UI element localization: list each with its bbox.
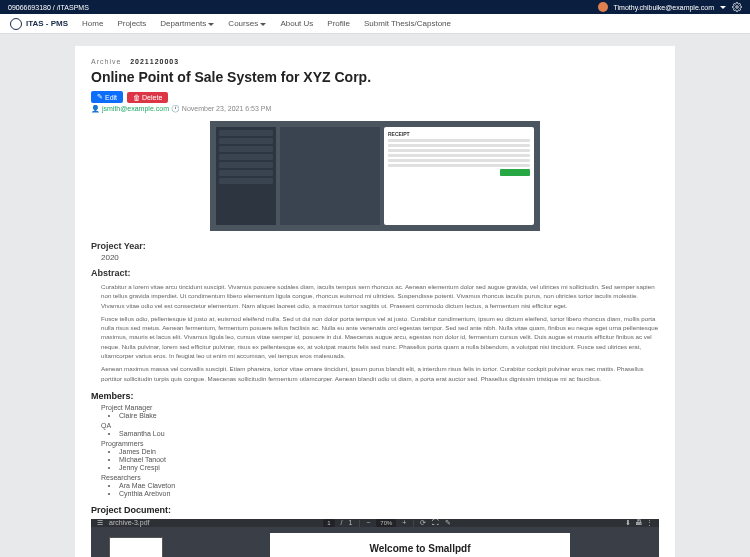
action-row: ✎ Edit 🗑 Delete (91, 91, 659, 103)
page-sep: / (341, 519, 343, 526)
delete-button[interactable]: 🗑 Delete (127, 92, 168, 103)
btn-label: Delete (142, 94, 162, 101)
member-role: Project Manager (101, 404, 659, 411)
pdf-canvas[interactable]: Welcome to Smallpdf Ready to take docume… (181, 527, 659, 557)
pdf-viewer: ☰ archive-3.pdf 1 / 1 | − 70% + | ⟳ ⛶ ✎ … (91, 519, 659, 557)
chevron-down-icon (208, 23, 214, 26)
rotate-icon[interactable]: ⟳ (420, 519, 426, 527)
member-name: Michael Tanoot (119, 456, 659, 463)
member-name: Jenny Crespi (119, 464, 659, 471)
breadcrumb: Archive 2021120003 (91, 58, 659, 65)
page-title: Online Point of Sale System for XYZ Corp… (91, 69, 659, 85)
member-name: Samantha Lou (119, 430, 659, 437)
print-icon[interactable]: 🖶 (635, 519, 642, 527)
doc-label: Project Document: (91, 505, 659, 515)
member-name: Claire Blake (119, 412, 659, 419)
fit-icon[interactable]: ⛶ (432, 519, 439, 526)
member-role: Programmers (101, 440, 659, 447)
page-input[interactable]: 1 (323, 519, 334, 527)
abstract-p1: Curabitur a lorem vitae arcu tincidunt s… (101, 282, 659, 310)
year-label: Project Year: (91, 241, 659, 251)
pdf-h: Welcome to Smallpdf (282, 543, 558, 554)
member-role: Researchers (101, 474, 659, 481)
navbar: ITAS - PMS Home Projects Departments Cou… (0, 14, 750, 34)
abstract-p3: Aenean maximus massa vel convallis susci… (101, 364, 659, 383)
nav-home[interactable]: Home (82, 19, 103, 28)
crumb-root[interactable]: Archive (91, 58, 121, 65)
nav-projects[interactable]: Projects (117, 19, 146, 28)
members-label: Members: (91, 391, 659, 401)
svg-point-0 (736, 6, 739, 9)
abstract-label: Abstract: (91, 268, 659, 278)
avatar[interactable] (598, 2, 608, 12)
download-icon[interactable]: ⬇ (625, 519, 631, 527)
page-total: 1 (349, 519, 353, 526)
zoom-level[interactable]: 70% (376, 519, 396, 527)
contact-text: 09066693180 / /ITASPMS (8, 4, 89, 11)
member-role: QA (101, 422, 659, 429)
logo[interactable]: ITAS - PMS (10, 18, 68, 30)
zoom-in-icon[interactable]: + (402, 519, 406, 526)
edit-button[interactable]: ✎ Edit (91, 91, 123, 103)
more-icon[interactable]: ⋮ (646, 519, 653, 527)
year-value: 2020 (91, 253, 659, 262)
post-date: November 23, 2021 6:53 PM (182, 105, 272, 112)
author-link[interactable]: jsmith@example.com (102, 105, 169, 112)
pdf-toolbar: ☰ archive-3.pdf 1 / 1 | − 70% + | ⟳ ⛶ ✎ … (91, 519, 659, 527)
nav-submit[interactable]: Submit Thesis/Capstone (364, 19, 451, 28)
text-icon[interactable]: ✎ (445, 519, 451, 527)
top-strip: 09066693180 / /ITASPMS Timothy.chibuike@… (0, 0, 750, 14)
banner-image: RECEIPT (210, 121, 540, 231)
btn-label: Edit (105, 94, 117, 101)
nav-about[interactable]: About Us (280, 19, 313, 28)
members-list: Project ManagerClaire BlakeQASamantha Lo… (91, 404, 659, 497)
member-name: James Dein (119, 448, 659, 455)
member-name: Cynthia Arebvon (119, 490, 659, 497)
nav-courses[interactable]: Courses (228, 19, 266, 28)
brand-text: ITAS - PMS (26, 19, 68, 28)
nav-label: Departments (160, 19, 206, 28)
pdf-thumbnails: 1 (91, 527, 181, 557)
abstract-body: Curabitur a lorem vitae arcu tincidunt s… (91, 280, 659, 383)
chevron-down-icon[interactable] (720, 6, 726, 9)
member-name: Ara Mae Claveton (119, 482, 659, 489)
crumb-id: 2021120003 (130, 58, 179, 65)
nav-departments[interactable]: Departments (160, 19, 214, 28)
pdf-thumb-1[interactable] (109, 537, 163, 557)
nav-label: Courses (228, 19, 258, 28)
gear-icon[interactable] (732, 2, 742, 12)
abstract-p2: Fusce tellus odio, pellentesque id justo… (101, 314, 659, 360)
nav-profile[interactable]: Profile (327, 19, 350, 28)
pdf-page: Welcome to Smallpdf Ready to take docume… (270, 533, 570, 557)
zoom-out-icon[interactable]: − (366, 519, 370, 526)
post-meta: 👤 jsmith@example.com 🕐 November 23, 2021… (91, 105, 659, 113)
pdf-filename: archive-3.pdf (109, 519, 149, 526)
page-content: Archive 2021120003 Online Point of Sale … (75, 46, 675, 557)
toggle-thumbs-icon[interactable]: ☰ (97, 519, 103, 527)
chevron-down-icon (260, 23, 266, 26)
logo-icon (10, 18, 22, 30)
user-email[interactable]: Timothy.chibuike@example.com (614, 4, 714, 11)
